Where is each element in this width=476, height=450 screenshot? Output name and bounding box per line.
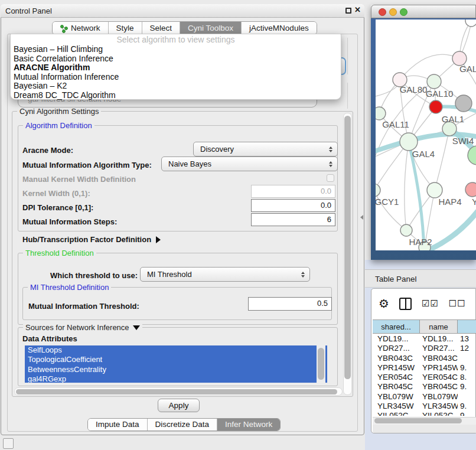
algorithm-option[interactable]: ARACNE Algorithm [11, 63, 341, 73]
close-traffic-light-icon[interactable] [379, 8, 386, 16]
network-node-label: GAL4 [412, 149, 435, 159]
table-cell: YBR045C [373, 382, 420, 392]
table-rows[interactable]: YDL19...YDL19...13YDR27...YDR27...12YBR0… [373, 334, 476, 416]
network-node-gal11[interactable] [376, 107, 386, 120]
network-node-gal10[interactable] [427, 74, 441, 89]
which-threshold-combo[interactable]: MI Threshold [140, 267, 310, 282]
algorithm-option[interactable]: Bayesian – K2 [11, 81, 341, 91]
control-panel-titlebar[interactable] [1, 4, 364, 18]
settings-vscrollbar-thumb[interactable] [344, 116, 351, 379]
tab-select[interactable]: Select [142, 22, 180, 34]
attribute-list-item[interactable]: SelfLoops [25, 345, 327, 355]
table-row[interactable]: YDR27...YDR27...12 [373, 344, 476, 353]
manual-kernel-checkbox[interactable] [327, 174, 334, 182]
network-window-titlebar[interactable] [371, 5, 476, 18]
minimize-traffic-light-icon[interactable] [389, 8, 397, 16]
algorithm-option[interactable]: Mutual Information Inference [11, 73, 341, 82]
network-node[interactable] [465, 19, 476, 27]
float-window-icon[interactable] [345, 8, 351, 14]
table-row[interactable]: YBR043CYBR043C [373, 354, 476, 363]
control-panel-tabbar: Network Style Select Cyni Toolbox jActiv… [52, 21, 317, 35]
column-header-name[interactable]: name [420, 319, 458, 334]
algorithm-option[interactable]: Dream8 DC_TDC Algorithm [11, 91, 341, 100]
dpi-tolerance-label: DPI Tolerance [0,1]: [22, 203, 93, 212]
tab-network[interactable]: Network [53, 22, 108, 34]
network-canvas[interactable]: GALGAL80GAL10GAL1GAL11SWI4GAL4GCY1HAP4YH… [376, 19, 476, 250]
network-node-gal4[interactable] [400, 133, 418, 151]
algorithm-option[interactable]: Bayesian – Hill Climbing [11, 45, 341, 54]
kernel-width-label: Kernel Width (0,1): [22, 189, 90, 198]
network-edge[interactable] [405, 142, 409, 230]
group-title: MI Threshold Definition [28, 283, 111, 292]
table-row[interactable]: YIL052CYIL052C9 [373, 411, 476, 416]
mi-threshold-field[interactable]: 0.5 [248, 297, 332, 311]
bottom-tabbar: Impute Data Discretize Data Infer Networ… [87, 418, 281, 431]
table-cell: 9. [458, 363, 475, 373]
tab-jactivemnodules[interactable]: jActiveMNodules [241, 22, 317, 34]
table-cell: YER054C [420, 373, 458, 382]
table-row[interactable]: YBL079WYBL079W [373, 392, 476, 402]
attributes-vscrollbar-thumb[interactable] [318, 348, 324, 380]
network-graph[interactable]: GALGAL80GAL10GAL1GAL11SWI4GAL4GCY1HAP4YH… [376, 19, 476, 250]
attribute-list-item[interactable]: BetweennessCentrality [25, 365, 327, 374]
tab-discretize-data[interactable]: Discretize Data [147, 419, 217, 431]
hidden-groupbox-border [347, 38, 348, 74]
network-node[interactable] [455, 95, 472, 112]
split-divider-handle[interactable] [360, 215, 363, 220]
network-node-hap2[interactable] [400, 224, 412, 236]
aracne-mode-combo[interactable]: Discovery [193, 142, 338, 156]
tab-style[interactable]: Style [108, 22, 142, 34]
mi-steps-field[interactable]: 6 [251, 213, 335, 226]
zoom-traffic-light-icon[interactable] [400, 8, 407, 16]
attribute-list-item[interactable]: gal4RGexp [25, 374, 327, 383]
tab-cyni-toolbox[interactable]: Cyni Toolbox [180, 22, 241, 34]
data-attributes-list[interactable]: SelfLoopsTopologicalCoefficientBetweenne… [25, 345, 327, 383]
sources-header[interactable]: Sources for Network Inference [23, 323, 142, 332]
tab-impute-data[interactable]: Impute Data [88, 419, 147, 431]
gear-icon[interactable]: ⚙ [379, 296, 389, 311]
kernel-width-field[interactable]: 0.0 [251, 185, 335, 198]
column-header-shared-name[interactable]: shared... [373, 319, 420, 334]
table-row[interactable]: YDL19...YDL19...13 [373, 334, 476, 344]
algorithm-dropdown-popup: Select algorithm to view settings Bayesi… [10, 34, 341, 100]
network-edge[interactable] [426, 207, 476, 250]
network-node-swi4[interactable] [468, 146, 476, 165]
settings-hscrollbar-thumb[interactable] [16, 389, 337, 394]
tab-infer-network[interactable]: Infer Network [217, 419, 280, 431]
table-row[interactable]: YLR345WYLR345W9. [373, 402, 476, 411]
network-edge[interactable] [435, 129, 449, 190]
columns-icon[interactable] [399, 298, 412, 310]
table-row[interactable]: YPR145WYPR145W9. [373, 363, 476, 373]
network-node-gcy1[interactable] [376, 184, 380, 197]
combo-value: Discovery [194, 145, 326, 154]
algorithm-option[interactable]: Basic Correlation Inference [11, 54, 341, 64]
dpi-tolerance-field[interactable]: 0.0 [251, 199, 335, 212]
network-node-gal1[interactable] [429, 100, 442, 113]
select-all-checkboxes-icon[interactable]: ☑☑ [422, 298, 439, 309]
table-row[interactable]: YER054CYER054C8. [373, 373, 476, 382]
table-row[interactable]: YBR045CYBR045C9. [373, 382, 476, 392]
desktop: Control Panel ✕ Network Style Select Cyn… [0, 0, 476, 450]
table-cell: YBR043C [373, 354, 420, 363]
manual-kernel-label: Manual Kernel Width Definition [22, 175, 136, 184]
apply-button[interactable]: Apply [158, 399, 200, 412]
aracne-mode-label: Aracne Mode: [22, 146, 73, 155]
network-node-y[interactable] [465, 182, 476, 197]
table-cell: YDR27... [420, 344, 458, 353]
table-cell: YLR345W [420, 402, 458, 411]
hub-definition-toggle[interactable]: Hub/Transcription Factor Definition [22, 235, 161, 244]
group-title: Threshold Definition [23, 249, 96, 257]
deselect-all-checkboxes-icon[interactable]: ☐☐ [449, 298, 466, 309]
table-cell: YBR043C [420, 354, 458, 363]
table-cell: 8. [458, 373, 475, 382]
table-panel-titlebar[interactable]: Table Panel [365, 269, 476, 288]
network-node-label: GAL [459, 64, 476, 74]
attribute-list-item[interactable]: TopologicalCoefficient [25, 355, 327, 364]
column-header-partial[interactable] [458, 319, 476, 334]
mi-algorithm-type-combo[interactable]: Naive Bayes [161, 156, 338, 171]
table-hscrollbar-thumb[interactable] [374, 418, 462, 423]
minimized-panel-icon[interactable] [3, 438, 14, 449]
close-icon[interactable]: ✕ [354, 5, 361, 14]
network-node-hap4[interactable] [427, 182, 442, 198]
table-cell: 9 [458, 411, 475, 416]
